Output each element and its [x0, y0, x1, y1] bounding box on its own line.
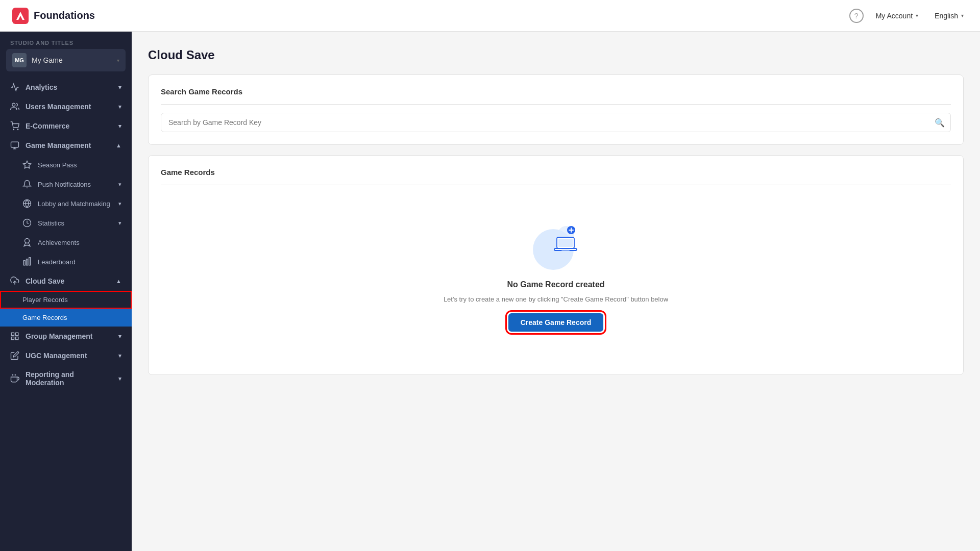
create-game-record-button[interactable]: Create Game Record	[508, 313, 604, 332]
sidebar-item-reporting[interactable]: Reporting and Moderation ▾	[0, 365, 132, 392]
svg-rect-13	[23, 261, 25, 265]
sidebar-item-cloud-save[interactable]: Cloud Save ▲	[0, 271, 132, 291]
studio-name: My Game	[32, 56, 112, 64]
svg-rect-29	[558, 239, 573, 247]
topbar: Foundations ? My Account ▾ English ▾	[0, 0, 980, 32]
svg-rect-5	[11, 142, 19, 147]
cloud-save-chevron: ▲	[116, 278, 121, 284]
search-card: Search Game Records 🔍	[148, 74, 964, 145]
sidebar-item-season-pass[interactable]: Season Pass	[0, 155, 132, 174]
push-notif-chevron: ▾	[118, 181, 121, 188]
svg-point-4	[17, 129, 18, 130]
users-icon	[10, 102, 19, 111]
sidebar: STUDIO AND TITLES MG My Game ▾ Analytics…	[0, 32, 132, 551]
statistics-chevron: ▾	[118, 220, 121, 227]
help-icon[interactable]: ?	[849, 9, 864, 23]
lobby-icon	[22, 199, 32, 208]
sidebar-item-users-management[interactable]: Users Management ▾	[0, 97, 132, 116]
game-management-icon	[10, 141, 19, 150]
sidebar-item-leaderboard[interactable]: Leaderboard	[0, 252, 132, 271]
empty-desc: Let's try to create a new one by clickin…	[444, 295, 668, 303]
svg-rect-31	[561, 249, 570, 251]
sidebar-item-analytics[interactable]: Analytics ▾	[0, 78, 132, 97]
sidebar-item-player-records[interactable]: Player Records	[0, 291, 132, 309]
topbar-right: ? My Account ▾ English ▾	[849, 9, 968, 23]
sidebar-item-statistics[interactable]: Statistics ▾	[0, 213, 132, 233]
language-btn[interactable]: English ▾	[930, 10, 968, 22]
logo: Foundations	[12, 8, 95, 24]
leaderboard-icon	[22, 257, 32, 266]
svg-rect-18	[16, 333, 18, 335]
ugc-chevron: ▾	[118, 353, 121, 359]
game-records-card: Game Records	[148, 155, 964, 375]
svg-point-2	[12, 103, 15, 106]
sidebar-item-ecommerce[interactable]: E-Commerce ▾	[0, 116, 132, 136]
sidebar-item-group-management[interactable]: Group Management ▾	[0, 327, 132, 346]
page-title: Cloud Save	[148, 48, 964, 62]
sidebar-item-ugc-management[interactable]: UGC Management ▾	[0, 346, 132, 365]
sidebar-item-game-records[interactable]: Game Records	[0, 309, 132, 327]
reporting-chevron: ▾	[118, 375, 121, 382]
logo-text: Foundations	[34, 10, 95, 21]
my-account-chevron: ▾	[916, 13, 918, 18]
season-pass-icon	[22, 160, 32, 169]
svg-point-3	[13, 129, 14, 130]
reporting-icon	[10, 374, 19, 383]
svg-point-12	[25, 239, 30, 243]
statistics-icon	[22, 218, 32, 228]
analytics-icon	[10, 83, 19, 92]
studio-selector[interactable]: MG My Game ▾	[6, 49, 126, 71]
my-account-btn[interactable]: My Account ▾	[872, 10, 922, 22]
search-section-title: Search Game Records	[161, 87, 951, 96]
empty-state: No Game Record created Let's try to crea…	[161, 193, 951, 362]
svg-rect-20	[11, 337, 14, 340]
empty-illustration	[546, 224, 579, 257]
empty-title: No Game Record created	[507, 280, 604, 289]
search-wrapper: 🔍	[161, 113, 951, 132]
sidebar-item-lobby-matchmaking[interactable]: Lobby and Matchmaking ▾	[0, 194, 132, 213]
search-icon[interactable]: 🔍	[935, 118, 945, 128]
layout: STUDIO AND TITLES MG My Game ▾ Analytics…	[0, 32, 980, 551]
sidebar-item-achievements[interactable]: Achievements	[0, 233, 132, 252]
empty-icon-wrapper	[533, 224, 579, 270]
main-content: Cloud Save Search Game Records 🔍 Game Re…	[132, 32, 980, 551]
sidebar-item-push-notifications[interactable]: Push Notifications ▾	[0, 174, 132, 194]
svg-rect-17	[11, 333, 14, 335]
ecommerce-icon	[10, 121, 19, 131]
cloud-save-icon	[10, 277, 19, 286]
search-input[interactable]	[161, 113, 951, 132]
push-notifications-icon	[22, 180, 32, 189]
svg-rect-14	[27, 259, 28, 265]
svg-rect-15	[29, 258, 31, 265]
achievements-icon	[22, 238, 32, 247]
game-records-divider	[161, 185, 951, 185]
svg-marker-8	[23, 161, 31, 168]
users-chevron: ▾	[118, 104, 121, 110]
studio-chevron: ▾	[117, 58, 119, 63]
group-mgmt-chevron: ▾	[118, 333, 121, 340]
ecommerce-chevron: ▾	[118, 123, 121, 130]
svg-rect-19	[16, 337, 18, 340]
game-management-chevron: ▲	[116, 142, 121, 148]
lobby-chevron: ▾	[118, 201, 121, 207]
logo-icon	[12, 8, 29, 24]
game-records-title: Game Records	[161, 168, 951, 177]
analytics-chevron: ▾	[118, 84, 121, 91]
sidebar-section-label: STUDIO AND TITLES	[0, 32, 132, 49]
ugc-icon	[10, 351, 19, 360]
language-chevron: ▾	[961, 13, 964, 18]
group-management-icon	[10, 332, 19, 341]
search-divider	[161, 104, 951, 105]
sidebar-item-game-management[interactable]: Game Management ▲	[0, 136, 132, 155]
studio-avatar: MG	[12, 53, 27, 67]
